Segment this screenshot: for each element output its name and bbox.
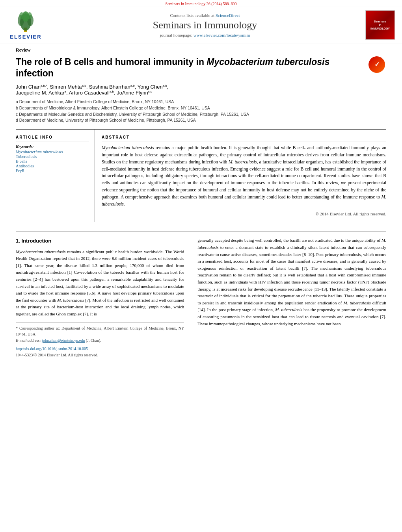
col-left: 1. Introduction Mycobacterium tuberculos… xyxy=(16,237,194,358)
copyright-notice: © 2014 Elsevier Ltd. All rights reserved… xyxy=(102,211,386,216)
keyword-item[interactable]: B cells xyxy=(16,159,89,163)
crossmark-icon: ✓ xyxy=(368,56,385,73)
footnote-corresponding: * Corresponding author at: Department of… xyxy=(16,325,184,337)
footnote-email: E-mail address: john.chan@einstein.yu.ed… xyxy=(16,337,184,344)
elsevier-logo: ELSEVIER xyxy=(7,10,45,40)
keyword-item[interactable]: Antibodies xyxy=(16,164,89,168)
article-title-block: The role of B cells and humoral immunity… xyxy=(16,56,386,79)
article-info-abstract: ARTICLE INFO Keywords: Mycobacterium tub… xyxy=(16,129,386,222)
journal-center: Contents lists available at ScienceDirec… xyxy=(45,13,365,37)
abstract-text: Mycobacterium tuberculosis remains a maj… xyxy=(102,145,386,208)
contents-available-text: Contents lists available at ScienceDirec… xyxy=(45,13,365,18)
journal-homepage: journal homepage: www.elsevier.com/locat… xyxy=(45,33,365,37)
body-two-column: 1. Introduction Mycobacterium tuberculos… xyxy=(0,232,402,362)
journal-logo: SeminarsinIMMUNOLOGY xyxy=(365,10,395,40)
sciencedirect-link[interactable]: ScienceDirect xyxy=(216,13,240,18)
doi-area: http://dx.doi.org/10.1016/j.smim.2014.10… xyxy=(16,346,184,358)
affiliation-c: c Departments of Molecular Genetics and … xyxy=(16,111,386,118)
col-right: generally accepted despite being well co… xyxy=(194,237,386,358)
affiliation-a: a Department of Medicine, Albert Einstei… xyxy=(16,99,386,105)
svg-point-5 xyxy=(19,12,24,19)
affiliation-d: d Department of Medicine, University of … xyxy=(16,117,386,124)
keyword-item[interactable]: Tuberculosis xyxy=(16,154,89,159)
intro-right-text: generally accepted despite being well co… xyxy=(197,237,386,327)
article-info-heading: ARTICLE INFO xyxy=(16,135,89,141)
authors-line: John Chana,b,*, Simren Mehtaa,b, Sushma … xyxy=(16,84,386,96)
doi-link[interactable]: http://dx.doi.org/10.1016/j.smim.2014.10… xyxy=(16,347,88,351)
intro-para1: Mycobacterium tuberculosis remains a sig… xyxy=(16,248,184,318)
journal-citation: Seminars in Immunology 26 (2014) 588–600 xyxy=(0,0,402,7)
issn-text: 1044-5323/© 2014 Elsevier Ltd. All right… xyxy=(16,353,98,357)
article-info-panel: ARTICLE INFO Keywords: Mycobacterium tub… xyxy=(16,130,95,222)
journal-title: Seminars in Immunology xyxy=(45,19,365,31)
svg-point-6 xyxy=(27,12,32,19)
keywords-label: Keywords: xyxy=(16,145,89,149)
keyword-item[interactable]: FcγR xyxy=(16,169,89,173)
elsevier-tree-icon xyxy=(13,10,39,33)
homepage-url[interactable]: www.elsevier.com/locate/ysmim xyxy=(194,33,250,37)
keyword-list: Mycobacterium tuberculosis Tuberculosis … xyxy=(16,150,89,173)
abstract-heading: ABSTRACT xyxy=(102,135,386,141)
affiliation-b: b Departments of Microbiology & Immunolo… xyxy=(16,105,386,111)
crossmark-badge[interactable]: ✓ xyxy=(368,56,386,74)
journal-header: ELSEVIER Contents lists available at Sci… xyxy=(0,7,402,43)
section1-heading: 1. Introduction xyxy=(16,237,184,245)
elsevier-brand-text: ELSEVIER xyxy=(10,34,41,40)
keyword-item[interactable]: Mycobacterium tuberculosis xyxy=(16,150,89,154)
footnote-email-link[interactable]: john.chan@einstein.yu.edu xyxy=(42,338,85,343)
affiliations-block: a Department of Medicine, Albert Einstei… xyxy=(16,99,386,124)
abstract-section: ABSTRACT Mycobacterium tuberculosis rema… xyxy=(95,130,386,222)
article-type-label: Review xyxy=(16,47,386,53)
article-title-text: The role of B cells and humoral immunity… xyxy=(16,56,343,79)
footnote-area: * Corresponding author at: Department of… xyxy=(16,323,184,344)
main-content: Review The role of B cells and humoral i… xyxy=(0,43,402,226)
